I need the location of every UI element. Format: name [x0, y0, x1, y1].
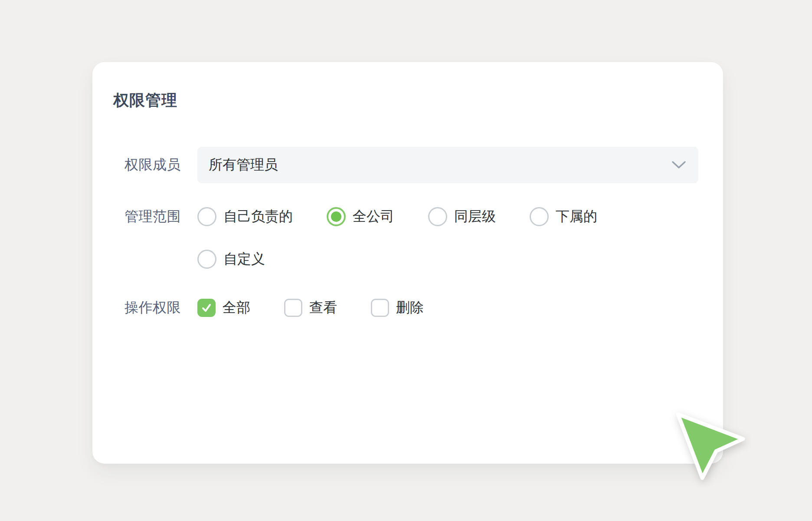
checkbox-option[interactable]: 全部 [197, 298, 250, 317]
member-label: 权限成员 [124, 155, 197, 175]
checkbox-option-label: 全部 [223, 298, 250, 317]
radio-option-label: 全公司 [353, 207, 394, 226]
scope-row-wrap: 自定义 [124, 249, 698, 270]
radio-option-label: 自定义 [223, 250, 265, 269]
selected-member-value: 所有管理员 [209, 155, 278, 175]
radio-option[interactable]: 自己负责的 [197, 207, 293, 226]
checkbox [197, 299, 216, 317]
radio-button [197, 207, 216, 226]
radio-option[interactable]: 全公司 [327, 207, 394, 226]
radio-option-label: 下属的 [556, 207, 597, 226]
radio-button [327, 207, 346, 226]
checkbox-option-label: 查看 [309, 298, 337, 317]
radio-option[interactable]: 自定义 [197, 250, 265, 269]
radio-button [530, 207, 549, 226]
checkbox [371, 299, 389, 317]
actions-label: 操作权限 [124, 298, 197, 317]
scope-row: 管理范围 自己负责的 全公司 同层级 下属的 [124, 206, 698, 227]
actions-options-line: 全部 查看 删除 [197, 298, 458, 317]
member-select[interactable]: 所有管理员 [197, 147, 698, 183]
scope-label: 管理范围 [124, 207, 197, 226]
checkbox-option-label: 删除 [396, 298, 424, 317]
radio-button [428, 207, 447, 226]
actions-row: 操作权限 全部 查看 删除 [124, 297, 698, 318]
scope-options-line-2: 自定义 [197, 250, 299, 269]
radio-option-label: 自己负责的 [223, 207, 293, 226]
check-icon [201, 302, 212, 313]
radio-option[interactable]: 下属的 [530, 207, 597, 226]
radio-option-label: 同层级 [454, 207, 496, 226]
scope-options-line-1: 自己负责的 全公司 同层级 下属的 [197, 207, 631, 226]
checkbox [284, 299, 302, 317]
checkbox-option[interactable]: 查看 [284, 298, 337, 317]
radio-option[interactable]: 同层级 [428, 207, 496, 226]
page-title: 权限管理 [113, 90, 177, 111]
member-row: 权限成员 所有管理员 [124, 147, 698, 183]
radio-button [197, 250, 216, 269]
checkbox-option[interactable]: 删除 [371, 298, 424, 317]
chevron-down-icon [671, 161, 686, 169]
permission-card: 权限管理 权限成员 所有管理员 管理范围 自己负责的 全公司 同层级 下属的 [92, 62, 723, 464]
